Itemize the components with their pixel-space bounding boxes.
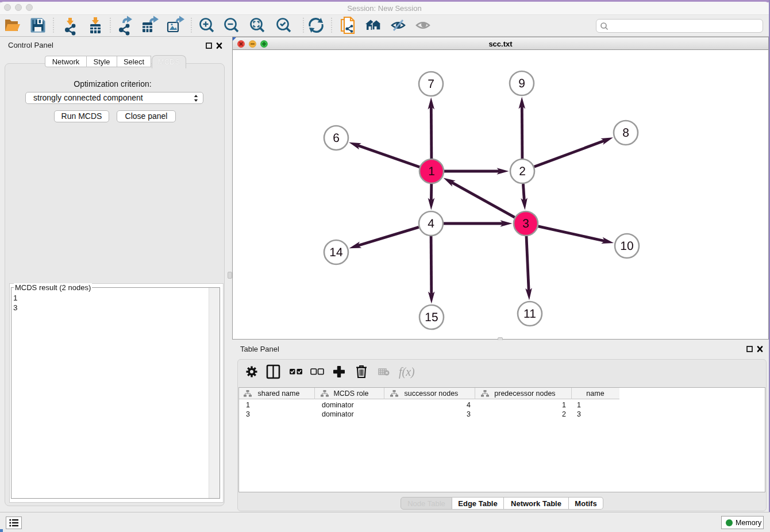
svg-text:14: 14: [329, 246, 343, 259]
svg-text:10: 10: [620, 240, 633, 253]
svg-text:11: 11: [523, 307, 536, 321]
svg-text:2: 2: [519, 165, 526, 178]
svg-text:f(x): f(x): [399, 365, 415, 379]
svg-text:8: 8: [622, 126, 629, 140]
svg-text:3: 3: [522, 217, 529, 230]
svg-text:4: 4: [428, 217, 434, 230]
svg-text:9: 9: [518, 77, 525, 90]
svg-text:15: 15: [425, 311, 438, 324]
svg-text:6: 6: [333, 132, 340, 145]
svg-text:7: 7: [428, 78, 434, 91]
svg-text:1: 1: [428, 165, 435, 178]
